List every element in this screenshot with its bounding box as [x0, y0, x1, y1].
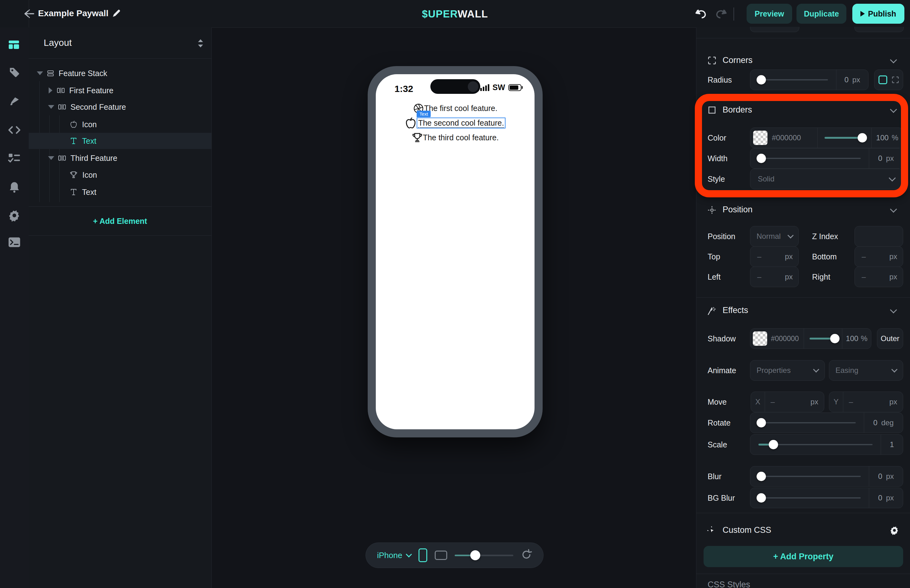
landscape-toggle[interactable]	[435, 551, 447, 560]
refresh-button[interactable]	[521, 549, 532, 562]
radius-unit: px	[852, 76, 860, 84]
left-input[interactable]: – px	[750, 267, 798, 287]
scale-value[interactable]: 1	[890, 440, 894, 449]
position-collapse-chevron[interactable]	[890, 206, 897, 213]
radius-slider[interactable]	[758, 79, 828, 81]
shadow-color-swatch[interactable]	[753, 331, 767, 346]
tree-item-third-feature[interactable]: Third Feature	[29, 150, 212, 166]
radius-value[interactable]: 0	[845, 76, 849, 84]
sidebar-item-theme[interactable]	[8, 95, 20, 108]
tree-item-second-feature[interactable]: Second Feature	[29, 99, 212, 115]
left-label: Left	[708, 273, 721, 281]
blur-knob[interactable]	[756, 472, 766, 481]
scale-slider[interactable]	[758, 444, 873, 445]
tree-item-text[interactable]: Text	[29, 184, 212, 200]
refresh-icon	[521, 549, 532, 560]
borders-collapse-chevron[interactable]	[890, 106, 897, 113]
tree-item-first-feature[interactable]: First Feature	[29, 82, 212, 98]
feature-row-second[interactable]: Text The second cool feature.	[376, 116, 535, 130]
rotate-knob[interactable]	[756, 418, 766, 427]
blur-slider[interactable]	[758, 476, 861, 477]
move-y-input[interactable]: Y – px	[829, 392, 903, 412]
bg-blur-knob[interactable]	[756, 493, 766, 502]
sidebar-item-notifications[interactable]	[9, 181, 20, 194]
device-mockup: 1:32 SW	[368, 66, 543, 438]
radius-slider-knob[interactable]	[756, 75, 766, 84]
tree-item-text-selected[interactable]: Text	[29, 133, 212, 149]
bg-blur-value[interactable]: 0	[878, 494, 882, 502]
border-opacity-knob[interactable]	[858, 133, 867, 142]
animate-properties-select[interactable]: Properties	[750, 360, 825, 381]
panel-divider	[29, 235, 212, 236]
sidebar-item-code[interactable]	[8, 125, 21, 136]
add-element-button[interactable]: + Add Element	[29, 213, 212, 229]
color-swatch[interactable]	[753, 131, 768, 145]
sidebar-item-checklist[interactable]	[8, 153, 21, 165]
sidebar-item-products[interactable]	[8, 66, 20, 79]
zoom-slider-knob[interactable]	[470, 550, 480, 560]
sidebar-item-settings[interactable]	[8, 209, 21, 223]
shadow-opacity-value[interactable]: 100	[846, 334, 858, 343]
tree-item-label: Feature Stack	[59, 69, 107, 78]
zoom-slider[interactable]	[455, 555, 513, 556]
border-width-value[interactable]: 0	[878, 154, 882, 163]
top-label: Top	[708, 252, 720, 261]
status-time: 1:32	[394, 84, 413, 94]
top-input[interactable]: – px	[750, 246, 798, 267]
add-property-label: + Add Property	[773, 552, 833, 562]
border-color-hex[interactable]: #000000	[772, 133, 817, 142]
effects-collapse-chevron[interactable]	[890, 307, 897, 313]
rotate-value[interactable]: 0	[873, 418, 877, 427]
sidebar-item-layout[interactable]	[9, 40, 20, 50]
right-input[interactable]: – px	[855, 267, 903, 287]
custom-css-settings-button[interactable]	[890, 526, 899, 535]
scale-knob[interactable]	[769, 440, 778, 449]
border-opacity-slider[interactable]	[824, 137, 865, 139]
move-x-input[interactable]: X – px	[751, 392, 824, 412]
tree-item-icon-trophy[interactable]: Icon	[29, 167, 212, 183]
expander-open-icon[interactable]	[48, 105, 54, 109]
preview-button[interactable]: Preview	[747, 4, 792, 24]
border-width-slider[interactable]	[758, 158, 861, 159]
expander-open-icon[interactable]	[37, 71, 43, 75]
border-width-control: 0 px	[750, 148, 903, 169]
selected-text-element[interactable]: Text The second cool feature.	[417, 118, 506, 128]
uniform-radius-button[interactable]	[879, 76, 887, 84]
undo-button[interactable]	[695, 8, 708, 21]
add-property-button[interactable]: + Add Property	[703, 546, 903, 567]
bottom-input[interactable]: – px	[855, 246, 903, 267]
animate-easing-select[interactable]: Easing	[829, 360, 903, 381]
device-select[interactable]: iPhone	[377, 551, 411, 560]
duplicate-button[interactable]: Duplicate	[797, 4, 846, 24]
redo-button[interactable]	[714, 8, 727, 21]
paintbrush-icon	[8, 95, 20, 107]
tree-item-icon-apple[interactable]: Icon	[29, 116, 212, 132]
shadow-mode-button[interactable]: Outer	[877, 328, 903, 349]
portrait-toggle[interactable]	[419, 548, 427, 562]
shadow-opacity-slider[interactable]	[810, 338, 836, 339]
expander-closed-icon[interactable]	[48, 87, 52, 94]
rotate-unit: deg	[881, 418, 894, 427]
zindex-input[interactable]	[855, 226, 903, 247]
border-width-knob[interactable]	[756, 154, 766, 163]
tree-item-feature-stack[interactable]: Feature Stack	[29, 65, 212, 81]
expander-open-icon[interactable]	[48, 156, 54, 160]
shadow-hex[interactable]: #000000	[771, 334, 804, 343]
corners-collapse-chevron[interactable]	[890, 57, 897, 64]
carrier-label: SW	[492, 83, 505, 92]
feature-row-third[interactable]: The third cool feature.	[376, 130, 535, 145]
feature-list: The first cool feature. Text The second …	[376, 101, 535, 145]
border-style-select[interactable]: Solid	[750, 169, 903, 189]
device-screen[interactable]: 1:32 SW	[376, 74, 535, 429]
bg-blur-slider[interactable]	[758, 497, 861, 499]
border-opacity-value[interactable]: 100	[876, 133, 889, 142]
rotate-slider[interactable]	[758, 422, 856, 423]
sort-layers-button[interactable]	[196, 39, 205, 49]
blur-value[interactable]: 0	[878, 472, 882, 481]
feature-row-first[interactable]: The first cool feature.	[376, 101, 535, 116]
publish-button[interactable]: Publish	[852, 4, 904, 24]
position-select[interactable]: Normal	[750, 226, 798, 247]
shadow-opacity-knob[interactable]	[830, 334, 839, 343]
sidebar-item-console[interactable]	[8, 237, 21, 249]
individual-radius-button[interactable]	[892, 76, 899, 84]
